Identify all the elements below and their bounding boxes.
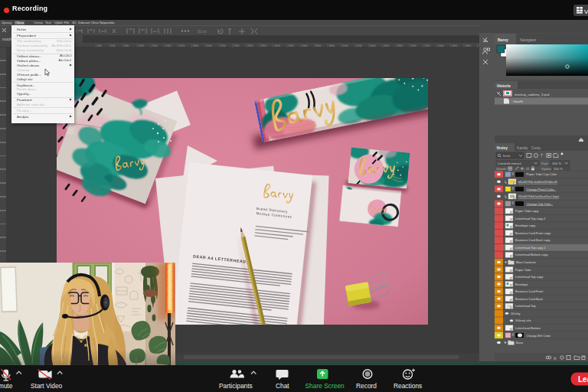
svg-text:30 cm: 30 cm (198, 30, 207, 34)
svg-text:Historie: Historie (497, 84, 511, 88)
svg-text:Krytí:: Krytí: (541, 162, 549, 165)
svg-text:Record: Record (356, 382, 377, 390)
svg-text:Business Card Back copy: Business Card Back copy (515, 238, 550, 242)
svg-text:V: V (584, 8, 588, 15)
svg-text:Change BG Color: Change BG Color (527, 334, 551, 338)
svg-text:8: 8 (512, 333, 514, 337)
svg-text:Zámek:: Zámek: (496, 167, 507, 171)
svg-text:Business Card Front copy: Business Card Front copy (515, 231, 550, 235)
svg-text:Cesty: Cesty (531, 146, 541, 150)
svg-text:Otevřít: Otevřít (513, 100, 524, 103)
svg-text:Business Card Back: Business Card Back (515, 297, 543, 301)
svg-text:Share Screen: Share Screen (305, 382, 345, 390)
svg-text:8: 8 (512, 201, 514, 205)
svg-text:8: 8 (512, 187, 514, 191)
svg-text:Reactions: Reactions (394, 382, 422, 390)
svg-text:8: 8 (512, 172, 514, 176)
svg-text:Vyplnit:: Vyplnit: (541, 167, 552, 171)
svg-text:Start Video: Start Video (31, 382, 63, 390)
svg-text:Participants: Participants (219, 382, 253, 390)
svg-text:Leave: Leave (578, 375, 588, 384)
svg-text:Letterhead Top copy 2: Letterhead Top copy 2 (515, 217, 546, 220)
svg-text:Unmute: Unmute (0, 382, 13, 390)
svg-text:100 %: 100 % (552, 162, 561, 165)
svg-text:9f5e80795b8-ba34acd7ace kopie: 9f5e80795b8-ba34acd7ace kopie (518, 195, 559, 198)
svg-text:Navigátor: Navigátor (520, 38, 537, 42)
svg-text:Paper Tube copy: Paper Tube copy (515, 209, 538, 213)
svg-text:Letterhead Top: Letterhead Top (515, 304, 536, 308)
svg-text:Paper Tube Cap Color: Paper Tube Cap Color (527, 172, 557, 176)
svg-text:Letterhead Bottom: Letterhead Bottom (515, 326, 541, 330)
svg-text:Letterhead Top copy: Letterhead Top copy (515, 275, 543, 279)
svg-text:Change Clip Colo...: Change Clip Colo... (527, 202, 554, 206)
svg-text:Envelope copy: Envelope copy (515, 224, 535, 227)
svg-text:Barvy: Barvy (498, 38, 508, 42)
svg-text:T: T (541, 153, 543, 158)
svg-text:Business Card Front: Business Card Front (515, 289, 544, 293)
svg-text:Main Contents: Main Contents (516, 260, 536, 264)
svg-text:Change Pencil Colo...: Change Pencil Colo... (527, 188, 557, 191)
svg-text:Druh: Druh (503, 154, 511, 158)
svg-text:bf5e80795b-3a3d5e5f37d4ec35: bf5e80795b-3a3d5e5f37d4ec35 (518, 181, 557, 184)
svg-text:Letterhead Bottom copy: Letterhead Bottom copy (515, 253, 547, 256)
svg-text:Envelope: Envelope (515, 283, 528, 286)
svg-text:Paper Tube: Paper Tube (515, 268, 531, 272)
svg-text:Letterhead Top copy 2: Letterhead Top copy 2 (515, 246, 546, 250)
svg-text:Base: Base (516, 341, 524, 345)
svg-text:100 %: 100 % (554, 167, 563, 171)
svg-text:Účinky: Účinky (511, 312, 521, 315)
svg-text:Vržený stín: Vržený stín (515, 318, 531, 322)
svg-text:Lineárně ztmavit: Lineárně ztmavit (498, 162, 522, 165)
svg-text:Chat: Chat (276, 382, 289, 390)
svg-text:mockup_sablona_3.psd: mockup_sablona_3.psd (514, 93, 550, 96)
svg-text:Vrstvy: Vrstvy (497, 146, 508, 150)
svg-text:Kanály: Kanály (517, 146, 528, 150)
